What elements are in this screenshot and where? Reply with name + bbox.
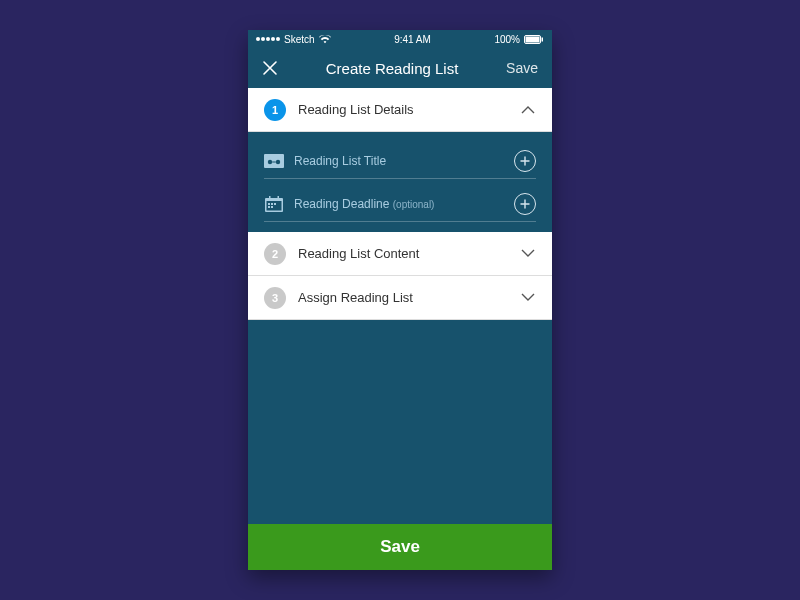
add-deadline-button[interactable] bbox=[514, 193, 536, 215]
svg-rect-7 bbox=[267, 201, 282, 211]
svg-rect-3 bbox=[264, 154, 284, 168]
field-reading-list-title[interactable]: Reading List Title bbox=[264, 144, 536, 179]
section-header-details[interactable]: 1 Reading List Details bbox=[248, 88, 552, 132]
battery-icon bbox=[524, 35, 544, 44]
optional-label: (optional) bbox=[393, 199, 435, 210]
svg-rect-10 bbox=[274, 203, 276, 205]
battery-label: 100% bbox=[494, 34, 520, 45]
step-badge-3: 3 bbox=[264, 287, 286, 309]
add-title-button[interactable] bbox=[514, 150, 536, 172]
signal-dots-icon bbox=[256, 37, 280, 41]
svg-rect-8 bbox=[268, 203, 270, 205]
field-reading-deadline[interactable]: Reading Deadline (optional) bbox=[264, 187, 536, 222]
phone-frame: Sketch 9:41 AM 100% Create Reading List … bbox=[248, 30, 552, 570]
svg-rect-9 bbox=[271, 203, 273, 205]
svg-point-4 bbox=[268, 160, 272, 164]
svg-rect-11 bbox=[268, 206, 270, 208]
chevron-down-icon bbox=[520, 290, 536, 306]
step-badge-2: 2 bbox=[264, 243, 286, 265]
glasses-icon bbox=[264, 152, 284, 170]
details-panel: Reading List Title Reading Deadline (opt… bbox=[248, 132, 552, 232]
step-badge-1: 1 bbox=[264, 99, 286, 121]
status-left: Sketch bbox=[256, 34, 331, 45]
nav-save-button[interactable]: Save bbox=[506, 60, 538, 76]
nav-bar: Create Reading List Save bbox=[248, 48, 552, 88]
svg-rect-14 bbox=[278, 196, 280, 199]
field-label-deadline: Reading Deadline (optional) bbox=[294, 197, 504, 211]
svg-rect-13 bbox=[269, 196, 271, 199]
section-label-details: Reading List Details bbox=[298, 102, 508, 117]
carrier-label: Sketch bbox=[284, 34, 315, 45]
field-label-title: Reading List Title bbox=[294, 154, 504, 168]
svg-point-5 bbox=[276, 160, 280, 164]
svg-rect-12 bbox=[271, 206, 273, 208]
section-label-assign: Assign Reading List bbox=[298, 290, 508, 305]
svg-rect-2 bbox=[541, 37, 543, 41]
wifi-icon bbox=[319, 35, 331, 44]
status-right: 100% bbox=[494, 34, 544, 45]
svg-rect-1 bbox=[525, 36, 539, 42]
section-header-assign[interactable]: 3 Assign Reading List bbox=[248, 276, 552, 320]
chevron-down-icon bbox=[520, 246, 536, 262]
status-time: 9:41 AM bbox=[394, 34, 431, 45]
status-bar: Sketch 9:41 AM 100% bbox=[248, 30, 552, 48]
calendar-icon bbox=[264, 195, 284, 213]
save-button[interactable]: Save bbox=[248, 524, 552, 570]
save-button-label: Save bbox=[380, 537, 420, 557]
section-label-content: Reading List Content bbox=[298, 246, 508, 261]
chevron-up-icon bbox=[520, 102, 536, 118]
close-icon[interactable] bbox=[262, 60, 278, 76]
body-fill bbox=[248, 320, 552, 524]
section-header-content[interactable]: 2 Reading List Content bbox=[248, 232, 552, 276]
page-title: Create Reading List bbox=[326, 60, 459, 77]
